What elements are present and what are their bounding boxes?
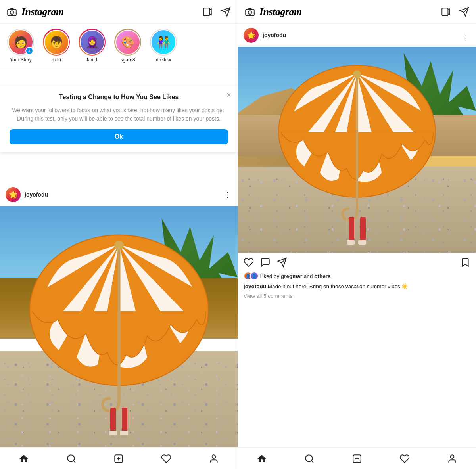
sgarri8-story-ring: 🎨 [114,29,141,56]
left-leg-right [348,217,355,245]
liked-others[interactable]: others [314,273,330,279]
popup-close-button[interactable]: × [226,91,231,99]
right-leg-left [121,408,128,435]
nav-add-right[interactable] [351,453,363,464]
svg-line-29 [311,461,313,463]
svg-rect-0 [8,9,16,15]
sgarri8-face: 🎨 [116,31,140,54]
like-button[interactable] [244,257,254,268]
left-post-options[interactable]: ⋮ [224,191,232,198]
nav-profile-right[interactable] [447,453,458,464]
share-button[interactable] [277,257,287,268]
shoe-3 [347,240,355,245]
popup-ok-button[interactable]: Ok [10,129,228,144]
right-post-user[interactable]: 🌟 joyofodu [244,28,286,43]
left-post-header-area: 🌟 joyofodu ⋮ [0,183,238,206]
umbrella-container-right [259,57,455,222]
your-story-label: Your Story [10,57,32,63]
nav-activity-right[interactable] [399,453,410,464]
notification-popup: × Testing a Change to How You See Likes … [0,85,238,153]
umbrella-svg-left [24,226,214,413]
header-right-left: Instagram [244,6,302,18]
person-legs-left [110,408,128,435]
svg-rect-2 [203,8,209,16]
nav-search-right[interactable] [304,453,315,464]
liked-avatar-2: 👤 [250,272,259,280]
svg-point-1 [10,11,14,14]
liked-avatars: 👤 👤 [244,272,256,280]
comment-button[interactable] [260,257,271,268]
camera-icon-right[interactable] [244,6,255,17]
umbrella-container-left [24,226,214,413]
right-post-avatar: 🌟 [244,28,259,43]
right-post-scene [238,47,476,253]
right-post-image [238,47,476,253]
nav-search-left[interactable] [66,453,77,464]
story-your-story[interactable]: 🧑 + Your Story [6,29,36,63]
leg-3 [349,217,354,241]
igtv-icon-right[interactable] [440,6,451,17]
left-post-image [0,206,238,447]
svg-point-33 [451,455,454,458]
nav-home-right[interactable] [256,453,267,464]
right-post-username: joyofodu [263,32,286,38]
right-leg-right [359,217,366,245]
popup-title: Testing a Change to How You See Likes [10,93,228,101]
shoe-2 [120,431,128,435]
svg-point-17 [248,11,252,14]
left-leg-left [110,408,117,435]
leg-4 [360,217,366,241]
your-story-avatar-wrap: 🧑 + [7,29,34,56]
actions-left-right [244,257,287,268]
right-post-options[interactable]: ⋮ [462,32,470,38]
story-drellew[interactable]: 👫 drellew [148,29,178,63]
right-panel: Instagram 🌟 joyofodu ⋮ [238,0,476,469]
left-post-header: 🌟 joyofodu ⋮ [0,183,238,206]
left-post-user[interactable]: 🌟 joyofodu [6,187,48,202]
nav-home-left[interactable] [18,453,29,464]
mari-face: 👦 [45,31,68,54]
direct-icon-left[interactable] [220,6,231,17]
nav-add-left[interactable] [113,453,124,464]
caption-user[interactable]: joyofodu [244,283,266,289]
person-legs-right [348,217,366,245]
liked-by-section: 👤 👤 Liked by gregmar and others [244,272,470,280]
liked-by-prefix: Liked by [259,273,279,279]
header-icons-left [202,6,231,17]
svg-point-10 [67,455,74,461]
leg-2 [122,408,127,431]
left-panel: Instagram 🧑 [0,0,238,469]
story-sgarri8[interactable]: 🎨 sgarri8 [113,29,143,63]
sgarri8-story-inner: 🎨 [115,30,140,55]
liked-user[interactable]: gregmar [281,273,302,279]
bookmark-button[interactable] [460,257,470,268]
view-comments[interactable]: View all 5 comments [244,293,470,299]
story-kml[interactable]: 🧕 k.m.l [77,29,107,63]
popup-body: We want your followers to focus on what … [10,106,228,123]
igtv-icon-left[interactable] [202,6,213,17]
right-post-header: 🌟 joyofodu ⋮ [238,24,476,47]
add-story-badge[interactable]: + [25,47,33,55]
post-actions-right [238,253,476,272]
mari-story-ring: 👦 [43,29,70,56]
camera-icon[interactable] [6,6,17,17]
liked-text: Liked by gregmar and others [259,273,330,279]
direct-icon-right[interactable] [459,6,470,17]
drellew-story-ring: 👫 [150,29,177,56]
instagram-logo-left: Instagram [21,6,64,18]
mari-avatar-wrap: 👦 [43,29,70,56]
nav-activity-left[interactable] [161,453,172,464]
bottom-nav-left [0,447,238,469]
shoe-1 [109,431,117,435]
nav-profile-left[interactable] [208,453,219,464]
svg-rect-18 [442,8,448,16]
left-post-avatar: 🌟 [6,187,21,202]
bottom-nav-right [238,447,476,469]
svg-point-15 [212,455,216,458]
kml-story-inner: 🧕 [80,30,105,55]
mari-label: mari [52,57,61,63]
caption: joyofodu Made it out here! Bring on thos… [244,283,470,291]
story-mari[interactable]: 👦 mari [41,29,71,63]
instagram-logo-right: Instagram [259,6,302,18]
svg-point-9 [114,241,124,250]
